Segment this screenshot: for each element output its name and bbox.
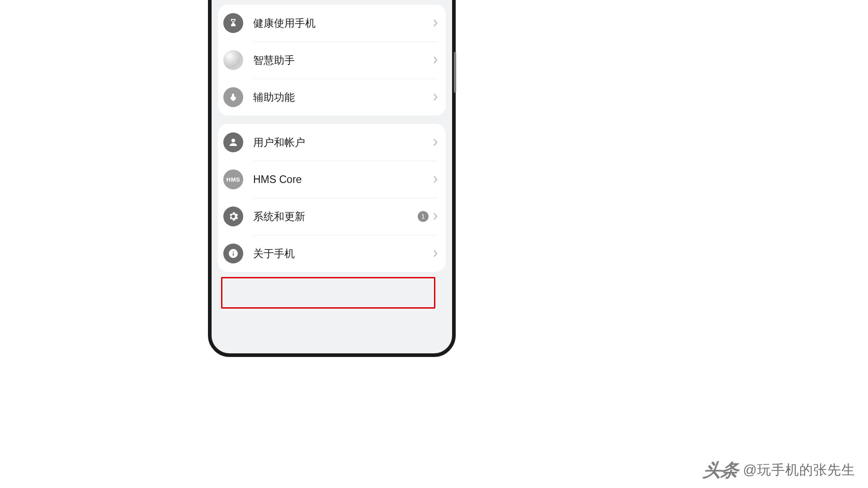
watermark-attribution: @玩手机的张先生 bbox=[743, 461, 855, 479]
hms-icon-text: HMS bbox=[226, 176, 240, 183]
settings-row-system-update[interactable]: 系统和更新 1 bbox=[218, 198, 446, 235]
phone-mockup-frame: 安全 隐私 健康使用手机 智慧助手 bbox=[208, 0, 456, 357]
settings-row-accessibility[interactable]: 辅助功能 bbox=[218, 79, 446, 116]
chevron-right-icon bbox=[433, 212, 438, 221]
touch-icon bbox=[223, 87, 243, 107]
settings-group-system: 用户和帐户 HMS HMS Core 系统和更新 1 bbox=[218, 124, 446, 272]
settings-row-hms-core[interactable]: HMS HMS Core bbox=[218, 161, 446, 198]
settings-row-label: 关于手机 bbox=[253, 247, 433, 261]
hourglass-icon bbox=[223, 13, 243, 33]
chevron-right-icon bbox=[433, 93, 438, 101]
hms-icon: HMS bbox=[223, 169, 243, 189]
settings-row-digital-balance[interactable]: 健康使用手机 bbox=[218, 5, 446, 42]
sphere-icon bbox=[223, 50, 243, 70]
phone-screen: 安全 隐私 健康使用手机 智慧助手 bbox=[212, 0, 452, 353]
chevron-right-icon bbox=[433, 175, 438, 183]
notification-badge: 1 bbox=[418, 211, 429, 222]
chevron-right-icon bbox=[433, 249, 438, 258]
settings-row-label: 用户和帐户 bbox=[253, 136, 433, 150]
watermark-logo: 头条 bbox=[702, 458, 740, 483]
settings-row-about-phone[interactable]: 关于手机 bbox=[218, 235, 446, 272]
settings-row-label: HMS Core bbox=[253, 174, 433, 186]
settings-row-users-accounts[interactable]: 用户和帐户 bbox=[218, 124, 446, 161]
gear-icon bbox=[223, 206, 243, 226]
settings-row-label: 智慧助手 bbox=[253, 53, 433, 67]
chevron-right-icon bbox=[433, 56, 438, 64]
settings-row-label: 健康使用手机 bbox=[253, 16, 433, 30]
settings-group-wellbeing-assist: 健康使用手机 智慧助手 辅助功能 bbox=[218, 5, 446, 116]
phone-side-button bbox=[454, 52, 456, 93]
chevron-right-icon bbox=[433, 138, 438, 146]
settings-row-label: 系统和更新 bbox=[253, 210, 418, 224]
user-icon bbox=[223, 132, 243, 152]
settings-row-label: 辅助功能 bbox=[253, 90, 433, 104]
info-icon bbox=[223, 244, 243, 263]
watermark: 头条 @玩手机的张先生 bbox=[703, 458, 855, 483]
chevron-right-icon bbox=[433, 19, 438, 27]
settings-row-smart-assistant[interactable]: 智慧助手 bbox=[218, 42, 446, 79]
